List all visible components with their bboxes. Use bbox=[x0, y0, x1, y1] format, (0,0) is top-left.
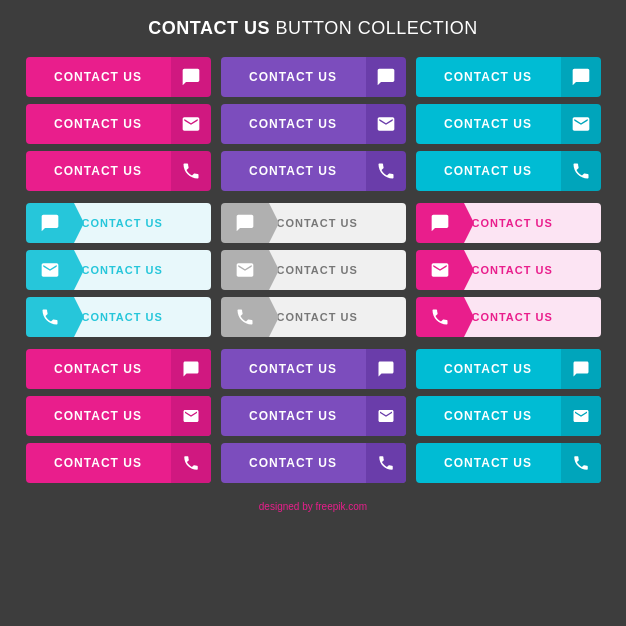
btn-label: CONTACT US bbox=[464, 250, 601, 290]
btn-label: CONTACT US bbox=[416, 151, 561, 191]
email-icon bbox=[366, 396, 406, 436]
contact-btn-teal-chat-a[interactable]: CONTACT US bbox=[416, 57, 601, 97]
btn-label: CONTACT US bbox=[416, 443, 561, 483]
row-chat-c: CONTACT US CONTACT US CONTACT US bbox=[20, 349, 606, 389]
contact-btn-pink-phone-a[interactable]: CONTACT US bbox=[26, 151, 211, 191]
btn-label: CONTACT US bbox=[269, 250, 406, 290]
btn-label: CONTACT US bbox=[74, 297, 211, 337]
contact-btn-purple-email-c[interactable]: CONTACT US bbox=[221, 396, 406, 436]
btn-label: CONTACT US bbox=[464, 297, 601, 337]
btn-label: CONTACT US bbox=[269, 203, 406, 243]
contact-btn-blue-email-b[interactable]: CONTACT US bbox=[26, 250, 211, 290]
email-icon bbox=[171, 396, 211, 436]
phone-icon bbox=[221, 297, 269, 337]
btn-label: CONTACT US bbox=[221, 443, 366, 483]
contact-btn-pink-email-a[interactable]: CONTACT US bbox=[26, 104, 211, 144]
contact-btn-pink-email-b[interactable]: CONTACT US bbox=[416, 250, 601, 290]
btn-label: CONTACT US bbox=[74, 250, 211, 290]
contact-btn-gray-chat-b[interactable]: CONTACT US bbox=[221, 203, 406, 243]
btn-label: CONTACT US bbox=[269, 297, 406, 337]
chat-icon bbox=[416, 203, 464, 243]
section-c: CONTACT US CONTACT US CONTACT US CONTACT… bbox=[20, 349, 606, 483]
chat-icon bbox=[221, 203, 269, 243]
chat-icon bbox=[171, 349, 211, 389]
btn-label: CONTACT US bbox=[74, 203, 211, 243]
phone-icon bbox=[366, 443, 406, 483]
contact-btn-gray-phone-b[interactable]: CONTACT US bbox=[221, 297, 406, 337]
contact-btn-gray-email-b[interactable]: CONTACT US bbox=[221, 250, 406, 290]
phone-icon bbox=[561, 151, 601, 191]
contact-btn-pink-phone-c[interactable]: CONTACT US bbox=[26, 443, 211, 483]
contact-btn-pink-chat-b[interactable]: CONTACT US bbox=[416, 203, 601, 243]
page-title: CONTACT US BUTTON COLLECTION bbox=[148, 18, 477, 39]
contact-btn-teal-email-c[interactable]: CONTACT US bbox=[416, 396, 601, 436]
btn-label: CONTACT US bbox=[26, 443, 171, 483]
row-email-c: CONTACT US CONTACT US CONTACT US bbox=[20, 396, 606, 436]
btn-label: CONTACT US bbox=[221, 349, 366, 389]
footer-text: designed by freepik.com bbox=[259, 501, 367, 512]
contact-btn-blue-phone-b[interactable]: CONTACT US bbox=[26, 297, 211, 337]
chat-icon bbox=[171, 57, 211, 97]
btn-label: CONTACT US bbox=[464, 203, 601, 243]
contact-btn-teal-phone-a[interactable]: CONTACT US bbox=[416, 151, 601, 191]
btn-label: CONTACT US bbox=[26, 396, 171, 436]
btn-label: CONTACT US bbox=[221, 104, 366, 144]
row-phone-b: CONTACT US CONTACT US CONTACT US bbox=[20, 297, 606, 337]
row-phone-a: CONTACT US CONTACT US CONTACT US bbox=[20, 151, 606, 191]
email-icon bbox=[366, 104, 406, 144]
row-phone-c: CONTACT US CONTACT US CONTACT US bbox=[20, 443, 606, 483]
btn-label: CONTACT US bbox=[416, 104, 561, 144]
btn-label: CONTACT US bbox=[416, 349, 561, 389]
phone-icon bbox=[366, 151, 406, 191]
contact-btn-blue-chat-b[interactable]: CONTACT US bbox=[26, 203, 211, 243]
section-a: CONTACT US CONTACT US CONTACT US CONTACT… bbox=[20, 57, 606, 191]
btn-label: CONTACT US bbox=[416, 396, 561, 436]
email-icon bbox=[26, 250, 74, 290]
section-b: CONTACT US CONTACT US CONTACT US CONTACT… bbox=[20, 203, 606, 337]
phone-icon bbox=[561, 443, 601, 483]
contact-btn-purple-phone-c[interactable]: CONTACT US bbox=[221, 443, 406, 483]
chat-icon bbox=[26, 203, 74, 243]
phone-icon bbox=[416, 297, 464, 337]
contact-btn-pink-email-c[interactable]: CONTACT US bbox=[26, 396, 211, 436]
phone-icon bbox=[171, 443, 211, 483]
row-chat-a: CONTACT US CONTACT US CONTACT US bbox=[20, 57, 606, 97]
phone-icon bbox=[26, 297, 74, 337]
btn-label: CONTACT US bbox=[26, 151, 171, 191]
chat-icon bbox=[366, 349, 406, 389]
chat-icon bbox=[366, 57, 406, 97]
row-email-a: CONTACT US CONTACT US CONTACT US bbox=[20, 104, 606, 144]
contact-btn-pink-phone-b[interactable]: CONTACT US bbox=[416, 297, 601, 337]
contact-btn-teal-phone-c[interactable]: CONTACT US bbox=[416, 443, 601, 483]
contact-btn-teal-email-a[interactable]: CONTACT US bbox=[416, 104, 601, 144]
chat-icon bbox=[561, 349, 601, 389]
contact-btn-purple-chat-a[interactable]: CONTACT US bbox=[221, 57, 406, 97]
email-icon bbox=[416, 250, 464, 290]
btn-label: CONTACT US bbox=[416, 57, 561, 97]
email-icon bbox=[171, 104, 211, 144]
contact-btn-purple-chat-c[interactable]: CONTACT US bbox=[221, 349, 406, 389]
btn-label: CONTACT US bbox=[26, 349, 171, 389]
btn-label: CONTACT US bbox=[26, 104, 171, 144]
contact-btn-purple-phone-a[interactable]: CONTACT US bbox=[221, 151, 406, 191]
btn-label: CONTACT US bbox=[26, 57, 171, 97]
btn-label: CONTACT US bbox=[221, 151, 366, 191]
contact-btn-teal-chat-c[interactable]: CONTACT US bbox=[416, 349, 601, 389]
btn-label: CONTACT US bbox=[221, 396, 366, 436]
contact-btn-pink-chat-c[interactable]: CONTACT US bbox=[26, 349, 211, 389]
contact-btn-purple-email-a[interactable]: CONTACT US bbox=[221, 104, 406, 144]
email-icon bbox=[221, 250, 269, 290]
row-email-b: CONTACT US CONTACT US CONTACT US bbox=[20, 250, 606, 290]
row-chat-b: CONTACT US CONTACT US CONTACT US bbox=[20, 203, 606, 243]
email-icon bbox=[561, 396, 601, 436]
contact-btn-pink-chat-a[interactable]: CONTACT US bbox=[26, 57, 211, 97]
phone-icon bbox=[171, 151, 211, 191]
email-icon bbox=[561, 104, 601, 144]
btn-label: CONTACT US bbox=[221, 57, 366, 97]
chat-icon bbox=[561, 57, 601, 97]
